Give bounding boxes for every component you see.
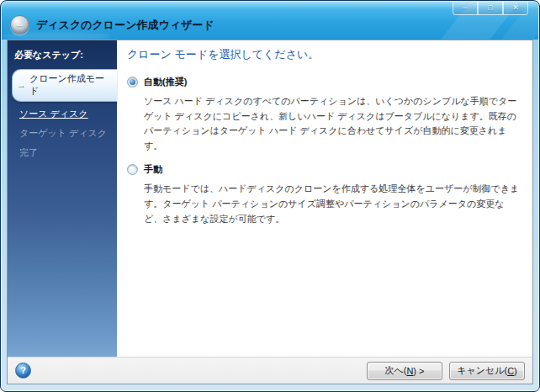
page-title: クローン モードを選択してください。 bbox=[127, 47, 522, 62]
close-button[interactable]: ✕ bbox=[503, 2, 528, 15]
client-area: 必要なステップ: → クローン作成モード ソース ディスク ターゲット ディスク… bbox=[7, 40, 533, 384]
radio-automatic[interactable] bbox=[127, 77, 138, 87]
next-button[interactable]: 次へ(N) > bbox=[367, 362, 442, 380]
cancel-button-label-suffix: ) bbox=[514, 366, 517, 376]
option-automatic: 自動(推奨) ソース ハード ディスクのすべてのパーティションは、いくつかのシン… bbox=[127, 76, 522, 153]
steps-header: 必要なステップ: bbox=[8, 45, 117, 69]
body-row: 必要なステップ: → クローン作成モード ソース ディスク ターゲット ディスク… bbox=[8, 40, 532, 357]
sidebar-item-clone-mode[interactable]: → クローン作成モード bbox=[12, 69, 117, 102]
window-title: ディスクのクローン作成ウィザード bbox=[36, 18, 214, 33]
current-step-arrow-icon: → bbox=[17, 81, 26, 90]
sidebar-item-finish: 完了 bbox=[8, 143, 117, 162]
next-button-accesskey: N bbox=[406, 366, 413, 376]
minimize-icon: – bbox=[463, 3, 467, 12]
next-button-label-suffix: ) > bbox=[413, 366, 424, 376]
content-pane: クローン モードを選択してください。 自動(推奨) ソース ハード ディスクのす… bbox=[117, 40, 532, 357]
cancel-button[interactable]: キャンセル(C) bbox=[449, 362, 525, 380]
sidebar-item-label: クローン作成モード bbox=[29, 72, 114, 98]
maximize-button[interactable]: □ bbox=[478, 2, 503, 15]
minimize-button[interactable]: – bbox=[453, 2, 478, 15]
wizard-window: – □ ✕ ← ディスクのクローン作成ウィザード 必要なステップ: → クローン… bbox=[0, 0, 540, 392]
title-row: ← ディスクのクローン作成ウィザード bbox=[10, 15, 214, 34]
cancel-button-label: キャンセル( bbox=[457, 364, 507, 377]
option-manual-label: 手動 bbox=[144, 163, 162, 176]
radio-manual[interactable] bbox=[127, 164, 138, 175]
window-controls: – □ ✕ bbox=[453, 2, 528, 15]
option-manual-head[interactable]: 手動 bbox=[127, 163, 522, 176]
footer-bar: ? 次へ(N) > キャンセル(C) bbox=[8, 357, 532, 384]
steps-sidebar: 必要なステップ: → クローン作成モード ソース ディスク ターゲット ディスク… bbox=[8, 40, 117, 357]
option-manual-description: 手動モードでは、ハードディスクのクローンを作成する処理全体をユーザーが制御できま… bbox=[144, 182, 522, 226]
sidebar-item-source-disk[interactable]: ソース ディスク bbox=[8, 104, 117, 124]
cancel-button-accesskey: C bbox=[507, 366, 514, 376]
help-button[interactable]: ? bbox=[15, 363, 31, 379]
help-icon: ? bbox=[20, 365, 26, 375]
next-button-label: 次へ( bbox=[384, 364, 406, 377]
option-manual: 手動 手動モードでは、ハードディスクのクローンを作成する処理全体をユーザーが制御… bbox=[127, 163, 522, 226]
sidebar-item-target-disk: ターゲット ディスク bbox=[8, 124, 117, 143]
option-automatic-description: ソース ハード ディスクのすべてのパーティションは、いくつかのシンプルな手順でタ… bbox=[144, 94, 522, 153]
maximize-icon: □ bbox=[488, 3, 492, 12]
option-automatic-label: 自動(推奨) bbox=[144, 76, 187, 88]
back-button[interactable]: ← bbox=[10, 15, 29, 34]
close-icon: ✕ bbox=[512, 3, 519, 12]
option-automatic-head[interactable]: 自動(推奨) bbox=[127, 76, 522, 88]
back-arrow-icon: ← bbox=[15, 18, 25, 29]
title-bar: – □ ✕ ← ディスクのクローン作成ウィザード bbox=[2, 2, 538, 40]
